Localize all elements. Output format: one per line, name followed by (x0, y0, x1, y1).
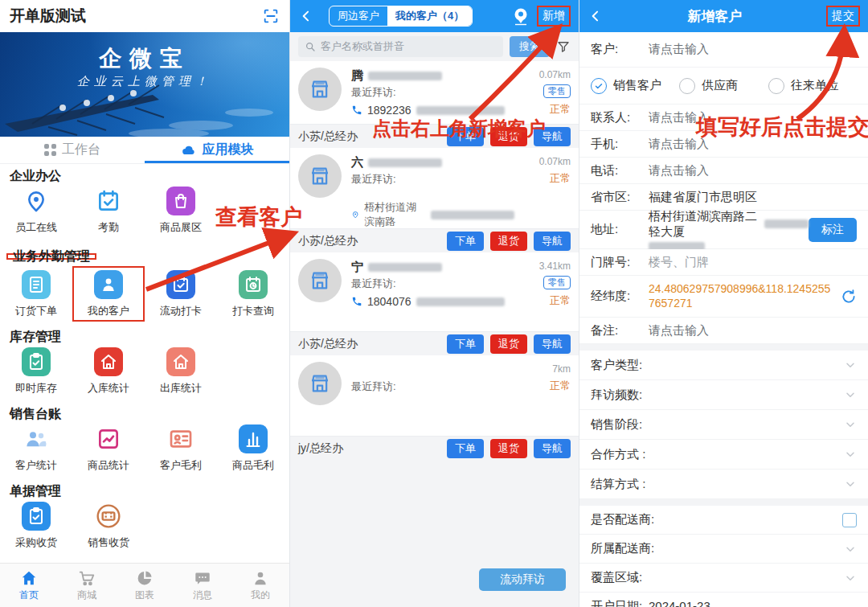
app-label: 销售收货 (88, 535, 129, 550)
app-item[interactable]: 客户毛利 (145, 420, 217, 476)
redacted-name (368, 158, 442, 167)
form-row[interactable]: 拜访频数: (579, 380, 868, 410)
form-row[interactable]: 门牌号:楼号、门牌 (579, 249, 868, 276)
section-title-1: 业务外勤管理 (6, 253, 96, 260)
form-row[interactable]: 电话:请点击输入 (579, 158, 868, 184)
address-text: 梧村街道湖滨南路 (364, 200, 426, 229)
radio-option-往来单位[interactable]: 往来单位 (768, 78, 857, 94)
delivery-checkbox[interactable] (842, 513, 857, 527)
customer-card-body[interactable]: 宁最近拜访:18040763.41km零售正常 (290, 252, 579, 331)
app-item[interactable]: 销售收货 (72, 498, 145, 553)
nav-item-图表[interactable]: 图表 (116, 564, 174, 607)
form-label: 客户类型: (591, 358, 649, 373)
return-button[interactable]: 退货 (490, 439, 527, 458)
order-button[interactable]: 下单 (447, 334, 484, 354)
annotate-button[interactable]: 标注 (809, 218, 857, 242)
form-row[interactable]: 结算方式 : (579, 470, 868, 499)
customer-card-body[interactable]: 腾最近拜访:18922360.07km零售正常 (290, 61, 579, 124)
app-item[interactable]: 我的客户 (72, 266, 145, 322)
form-row[interactable]: 所属配送商: (579, 535, 868, 564)
nav-item-商城[interactable]: 商城 (58, 564, 116, 607)
navigate-button[interactable]: 导航 (534, 232, 571, 251)
radio-option-供应商[interactable]: 供应商 (679, 78, 768, 94)
search-input[interactable]: 客户名称或首拼音 (298, 36, 503, 57)
order-button[interactable]: 下单 (447, 232, 484, 251)
customer-name: 六 (351, 155, 363, 170)
customer-avatar (298, 154, 342, 198)
calcheck-icon (96, 188, 121, 214)
tab-my-customers[interactable]: 我的客户（4） (387, 6, 472, 26)
customer-card-body[interactable]: 最近拜访:7km正常 (290, 355, 579, 436)
nav-item-我的[interactable]: 我的 (231, 564, 289, 607)
scan-icon[interactable] (262, 7, 280, 25)
back-icon[interactable] (298, 8, 314, 24)
form-row[interactable]: 省市区:福建省厦门市思明区 (579, 184, 868, 211)
nav-item-消息[interactable]: 消息 (174, 564, 231, 607)
app-item[interactable]: 采购收货 (0, 498, 72, 553)
app-label: 考勤 (98, 220, 119, 235)
filter-funnel-icon[interactable] (556, 39, 571, 54)
form-label: 销售阶段: (591, 417, 649, 433)
customer-phone-row[interactable]: 1804076 (351, 293, 514, 310)
form-row[interactable]: 经纬度:24.480629757908996&118.1245255765727… (579, 276, 868, 318)
redacted-address (431, 211, 514, 219)
form-row[interactable]: 手机:请点击输入 (579, 131, 868, 158)
customer-card-body[interactable]: 六最近拜访: 梧村街道湖滨南路0.07km正常 (290, 148, 579, 228)
app-item[interactable]: 打卡查询 (217, 266, 289, 322)
form-row[interactable]: 备注:请点击输入 (579, 318, 868, 344)
back-icon[interactable] (588, 8, 604, 24)
app-item[interactable]: 流动打卡 (145, 266, 217, 322)
app-item[interactable]: 商品统计 (72, 420, 145, 476)
return-button[interactable]: 退货 (490, 334, 527, 354)
add-customer-button[interactable]: 新增 (537, 6, 571, 27)
form-row[interactable]: 联系人:请点击输入 (579, 105, 868, 131)
tab-workbench[interactable]: 工作台 (0, 137, 145, 163)
app-module-sections: 企业办公员工在线考勤商品展区业务外勤管理订货下单我的客户流动打卡打卡查询库存管理… (0, 164, 289, 603)
tab-nearby-customers[interactable]: 周边客户 (330, 6, 387, 26)
app-icon-tile (22, 187, 51, 215)
home-icon (171, 352, 190, 371)
mobile-visit-button[interactable]: 流动拜访 (479, 568, 566, 591)
new-customer-form: 客户:请点击输入销售客户供应商往来单位联系人:请点击输入手机:请点击输入电话:请… (579, 32, 868, 607)
form-row[interactable]: 客户:请点击输入 (579, 32, 868, 68)
app-item[interactable]: 商品毛利 (217, 420, 289, 476)
order-button[interactable]: 下单 (447, 127, 484, 146)
app-item[interactable]: 客户统计 (0, 420, 72, 476)
return-button[interactable]: 退货 (490, 127, 527, 146)
app-item[interactable]: 出库统计 (145, 343, 217, 399)
app-item[interactable]: 入库统计 (72, 343, 145, 399)
radio-option-销售客户[interactable]: 销售客户 (591, 78, 679, 94)
form-row[interactable]: 客户类型: (579, 351, 868, 380)
nav-item-首页[interactable]: 首页 (0, 564, 58, 607)
app-item[interactable]: 订货下单 (0, 266, 72, 322)
pin-icon (23, 188, 49, 214)
app-grid-1: 订货下单我的客户流动打卡打卡查询 (0, 266, 289, 322)
app-label: 订货下单 (15, 304, 57, 318)
app-label: 打卡查询 (232, 304, 274, 318)
salesman-dept-label: 小苏/总经办 (298, 337, 358, 351)
submit-button[interactable]: 提交 (826, 6, 860, 27)
search-button[interactable]: 搜索 (510, 36, 550, 57)
form-row[interactable]: 地址:梧村街道湖滨南路二轻大厦标注 (579, 211, 868, 249)
form-row[interactable]: 开户日期:2024-01-23 (579, 593, 868, 607)
tab-app-modules[interactable]: 应用模块 (145, 137, 289, 163)
navigate-button[interactable]: 导航 (534, 334, 571, 354)
app-item[interactable]: 商品展区 (145, 183, 217, 238)
app-item[interactable]: 即时库存 (0, 343, 72, 399)
new-customer-panel: 新增客户 提交 客户:请点击输入销售客户供应商往来单位联系人:请点击输入手机:请… (579, 0, 868, 607)
navigate-button[interactable]: 导航 (534, 439, 571, 458)
order-button[interactable]: 下单 (447, 439, 484, 458)
rowing-boat-graphic (0, 77, 289, 137)
customer-phone-row[interactable]: 1892236 (351, 101, 514, 119)
form-row[interactable]: 合作方式 : (579, 440, 868, 470)
map-location-icon[interactable] (511, 6, 530, 26)
form-row[interactable]: 销售阶段: (579, 410, 868, 440)
section-heading-row: 销售台账 (0, 407, 289, 420)
navigate-button[interactable]: 导航 (534, 127, 571, 146)
form-row[interactable]: 是否配送商: (579, 506, 868, 535)
app-item[interactable]: 考勤 (72, 183, 145, 238)
people-icon (23, 426, 49, 452)
app-item[interactable]: 员工在线 (0, 183, 72, 238)
form-row[interactable]: 覆盖区域: (579, 564, 868, 593)
return-button[interactable]: 退货 (490, 232, 527, 251)
